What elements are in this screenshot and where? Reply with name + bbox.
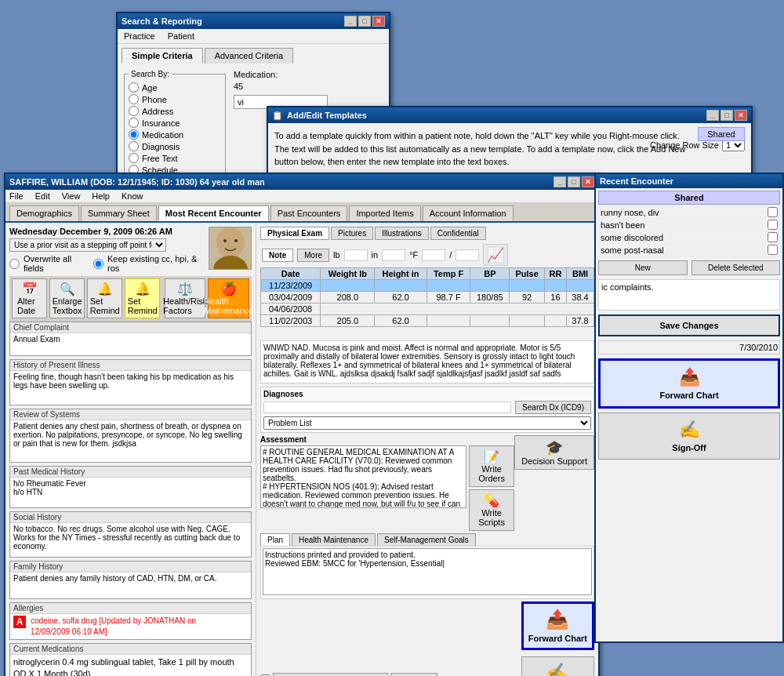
tab-physical-exam[interactable]: Physical Exam (260, 227, 329, 240)
tab-advanced-criteria[interactable]: Advanced Criteria (205, 48, 293, 64)
new-delete-row: New Delete Selected (598, 260, 780, 275)
table-row[interactable]: 04/06/2008 (261, 303, 594, 315)
new-button[interactable]: New (598, 260, 688, 275)
tab-health-maintenance[interactable]: Health Maintenance (292, 533, 376, 546)
menu-view[interactable]: View (62, 191, 81, 201)
tab-plan[interactable]: Plan (260, 533, 290, 546)
radio-phone-input[interactable] (129, 94, 139, 104)
complaint2-text: hasn't been (601, 220, 645, 230)
enlarge-textbox-btn[interactable]: 🔍 Enlarge Textbox (49, 278, 85, 318)
shared-header-right: Shared (598, 191, 780, 205)
health-maint-btn[interactable]: 🍎 Health Maintenance (208, 278, 249, 318)
enlarge-icon: 🔍 (60, 282, 75, 296)
complaint3-checkbox[interactable] (768, 232, 778, 242)
menu-know[interactable]: Know (122, 191, 143, 201)
view-draft-btn[interactable]: View Draft (390, 673, 437, 676)
menu-practice[interactable]: Practice (122, 31, 158, 42)
tab-pictures[interactable]: Pictures (331, 227, 373, 240)
templates-close[interactable]: ✕ (735, 110, 747, 121)
tempf-input[interactable] (422, 249, 445, 261)
chief-complaint-input[interactable]: Annual Exam (13, 335, 248, 351)
add-med-list-btn[interactable]: Add Updated Med List to Plan (273, 673, 388, 676)
social-history-input[interactable]: No tobacco. No rec drugs. Some alcohol u… (13, 525, 248, 552)
write-orders-btn[interactable]: 📝 Write Orders (469, 445, 514, 487)
dx-search-input[interactable] (263, 402, 511, 413)
radio-freetext-label: Free Text (142, 154, 178, 163)
right-forward-chart-label: Forward Chart (659, 391, 718, 400)
right-sign-off-button[interactable]: ✍️ Sign-Off (598, 413, 780, 460)
tab-summary-sheet[interactable]: Summary Sheet (81, 205, 157, 221)
maximize-button[interactable]: □ (358, 16, 371, 27)
menu-edit[interactable]: Edit (35, 191, 50, 201)
tab-demographics[interactable]: Demographics (9, 205, 79, 221)
templates-title: Add/Edit Templates (287, 111, 367, 120)
tab-simple-criteria[interactable]: Simple Criteria (122, 48, 203, 64)
tab-illustrations[interactable]: Illustrations (375, 227, 429, 240)
note-tab[interactable]: Note (262, 249, 293, 262)
table-row[interactable]: 11/23/2009 (261, 280, 594, 292)
alter-date-btn[interactable]: 📅 Alter Date (12, 278, 47, 318)
close-button[interactable]: ✕ (372, 16, 385, 27)
plan-input[interactable]: Instructions printed and provided to pat… (263, 548, 592, 595)
hpi-input[interactable]: Feeling fine, though hasn't been taking … (13, 373, 248, 400)
allergy-icon: A (13, 616, 26, 628)
radio-age-input[interactable] (129, 82, 139, 93)
emr-close[interactable]: ✕ (582, 176, 594, 187)
minimize-button[interactable]: _ (344, 16, 357, 27)
more-tab[interactable]: More (297, 249, 329, 262)
family-history-input[interactable]: Patient denies any family history of CAD… (13, 574, 248, 594)
forward-chart-button[interactable]: 📤 Forward Chart (521, 601, 594, 650)
delete-selected-button[interactable]: Delete Selected (691, 260, 781, 275)
complaint4-checkbox[interactable] (768, 245, 778, 255)
menu-help[interactable]: Help (92, 191, 110, 201)
tab-self-management[interactable]: Self-Management Goals (377, 533, 476, 546)
ros-input[interactable]: Patient denies any chest pain, shortness… (13, 422, 248, 457)
menu-file[interactable]: File (9, 191, 24, 201)
emr-maximize[interactable]: □ (568, 176, 580, 187)
dx-dropdown[interactable]: Problem List (263, 416, 591, 430)
radio-diagnosis-input[interactable] (129, 141, 139, 151)
templates-title-icon: 📋 (272, 111, 283, 121)
row1-bp (470, 280, 510, 292)
in-input[interactable] (382, 249, 405, 261)
right-forward-chart-button[interactable]: 📤 Forward Chart (598, 358, 780, 409)
radio-medication-input[interactable] (129, 129, 139, 140)
assessment-input[interactable]: # ROUTINE GENERAL MEDICAL EXAMINATION AT… (260, 445, 466, 508)
sign-off-button[interactable]: ✍️ Sign-Off (521, 656, 594, 676)
graph-button[interactable]: 📈 (483, 244, 508, 266)
tab-account-information[interactable]: Account Information (423, 205, 514, 221)
set-remind-btn[interactable]: 🔔 Set Remind (87, 278, 122, 318)
set-remind2-btn[interactable]: 🔔 Set Remind (125, 278, 160, 318)
templates-maximize[interactable]: □ (720, 110, 733, 121)
radio-keepexisting[interactable] (93, 259, 103, 269)
radio-address-input[interactable] (129, 106, 139, 116)
radio-insurance-input[interactable] (129, 118, 139, 128)
tab-past-encounters[interactable]: Past Encounters (270, 205, 348, 221)
templates-minimize[interactable]: _ (706, 110, 719, 121)
radio-freetext-input[interactable] (129, 153, 139, 163)
tab-most-recent-encounter[interactable]: Most Recent Encounter (158, 205, 269, 221)
dx-search-button[interactable]: Search Dx (ICD9) (515, 401, 591, 414)
slash-input[interactable] (456, 249, 479, 261)
complaint1-checkbox[interactable] (768, 207, 778, 217)
health-risk-btn[interactable]: ⚖️ Health/Risk Factors (165, 278, 205, 318)
decision-support-btn[interactable]: 🎓 Decision Support (514, 435, 594, 470)
tab-confidential[interactable]: Confidential (430, 227, 486, 240)
tab-imported-items[interactable]: Imported Items (349, 205, 420, 221)
right-sign-off-label: Sign-Off (672, 443, 706, 452)
visit-dropdown[interactable]: Use a prior visit as a stepping off poin… (9, 238, 166, 252)
table-row[interactable]: 11/02/2003 205.0 62.0 37.8 (261, 315, 594, 327)
pmh-input[interactable]: h/o Rheumatic Fever h/o HTN (13, 479, 248, 503)
table-row[interactable]: 03/04/2009 208.0 62.0 98.7 F 180/85 92 1… (261, 292, 594, 303)
row4-bp (470, 315, 510, 327)
radio-age-label: Age (142, 83, 158, 93)
write-scripts-btn[interactable]: 💊 Write Scripts (469, 489, 514, 531)
allergies-box: Allergies A codeine, sulfa drug [Updated… (9, 602, 252, 640)
radio-overwrite[interactable] (9, 259, 20, 269)
emr-minimize[interactable]: _ (554, 176, 566, 187)
row1-height (375, 280, 426, 292)
save-changes-button[interactable]: Save Changes (598, 314, 780, 336)
lb-input[interactable] (344, 249, 368, 261)
complaint2-checkbox[interactable] (768, 220, 778, 230)
menu-patient[interactable]: Patient (165, 31, 197, 42)
